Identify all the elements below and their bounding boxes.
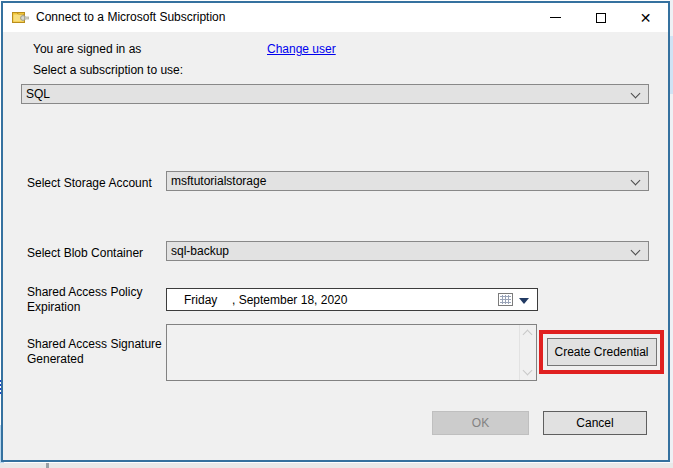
window-controls: ✕	[533, 3, 668, 32]
signature-textarea[interactable]	[166, 324, 537, 381]
chevron-down-icon	[631, 89, 641, 99]
maximize-icon	[596, 13, 606, 23]
storage-account-combobox[interactable]: msftutorialstorage	[166, 171, 649, 191]
dialog-connect-subscription: Connect to a Microsoft Subscription ✕ Yo…	[1, 1, 670, 462]
subscription-label: Select a subscription to use:	[33, 63, 183, 78]
storage-account-value: msftutorialstorage	[171, 174, 266, 188]
calendar-icon	[498, 293, 513, 306]
cancel-button[interactable]: Cancel	[543, 411, 647, 435]
subscription-value: SQL	[26, 87, 50, 101]
minimize-icon	[550, 17, 561, 18]
close-icon: ✕	[640, 11, 652, 25]
create-credential-button[interactable]: Create Credential	[547, 338, 657, 366]
date-rest-segment[interactable]: , September 18, 2020	[232, 293, 347, 307]
ok-button[interactable]: OK	[432, 411, 529, 435]
expiration-date-picker[interactable]: Friday , September 18, 2020	[166, 288, 538, 311]
change-user-link[interactable]: Change user	[267, 42, 336, 57]
close-button[interactable]: ✕	[623, 3, 668, 32]
date-day-segment[interactable]: Friday	[184, 293, 232, 307]
subscription-combobox[interactable]: SQL	[21, 84, 649, 104]
background-bottom-tick	[46, 463, 49, 468]
blob-container-combobox[interactable]: sql-backup	[166, 241, 649, 261]
blob-container-label: Select Blob Container	[27, 246, 143, 261]
signature-scrollbar[interactable]	[519, 325, 536, 380]
dialog-body: You are signed in as Change user Select …	[3, 32, 668, 460]
scroll-down-icon[interactable]	[523, 366, 533, 376]
policy-expiration-label-line2: Expiration	[27, 300, 80, 315]
window-title: Connect to a Microsoft Subscription	[36, 3, 225, 32]
chevron-down-icon	[631, 176, 641, 186]
maximize-button[interactable]	[578, 3, 623, 32]
screen: Connect to a Microsoft Subscription ✕ Yo…	[0, 0, 673, 468]
chevron-down-icon	[631, 246, 641, 256]
storage-account-label: Select Storage Account	[27, 176, 152, 191]
titlebar: Connect to a Microsoft Subscription ✕	[3, 3, 668, 32]
signed-in-label: You are signed in as	[33, 42, 141, 57]
scroll-up-icon[interactable]	[523, 330, 533, 340]
signature-label-line2: Generated	[27, 352, 84, 367]
date-dropdown-arrow-icon[interactable]	[519, 298, 529, 304]
policy-expiration-label-line1: Shared Access Policy	[27, 285, 142, 300]
red-highlight-box: Create Credential	[539, 330, 664, 374]
minimize-button[interactable]	[533, 3, 578, 32]
signature-label-line1: Shared Access Signature	[27, 337, 162, 352]
background-bottom-strip	[0, 463, 673, 468]
blob-container-value: sql-backup	[171, 244, 229, 258]
folder-key-icon	[12, 10, 29, 25]
